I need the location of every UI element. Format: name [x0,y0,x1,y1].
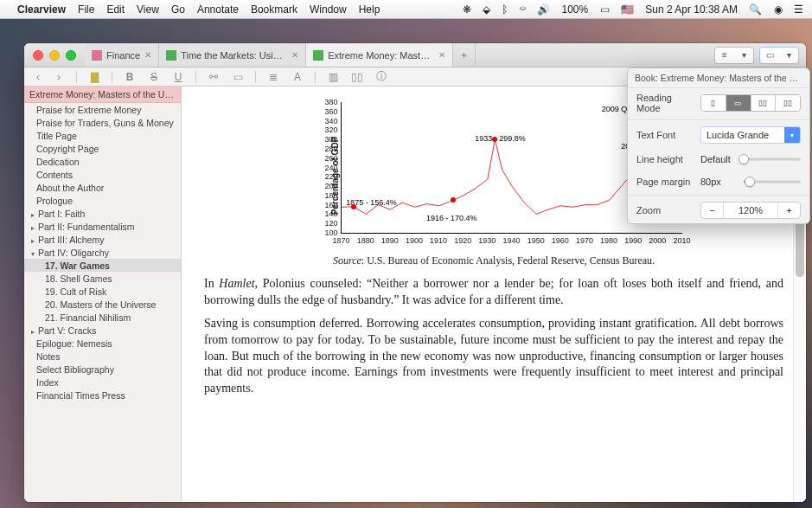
toc-item[interactable]: Prologue [24,194,181,207]
toc-item[interactable]: Financial Times Press [24,389,181,402]
chart-annotation: 1916 - 170.4% [426,214,477,222]
tab-close-icon[interactable]: ✕ [291,50,298,60]
toc-item[interactable]: Copyright Page [24,142,181,155]
line-height-slider[interactable] [744,152,801,166]
volume-icon[interactable]: 🔊 [537,3,550,16]
clock[interactable]: Sun 2 Apr 10:38 AM [645,3,738,16]
spotlight-icon[interactable]: 🔍 [749,3,762,16]
bookmarks-icon[interactable]: ≣ [266,71,280,83]
dropbox-icon[interactable]: ⬙ [483,3,490,16]
x-tick: 1870 [332,236,349,245]
traffic-close[interactable] [33,50,43,61]
siri-icon[interactable]: ◉ [774,3,783,16]
chevron-down-icon[interactable]: ▾ [784,127,800,143]
mode-two-icon[interactable]: ▯▯ [751,95,777,111]
toc-item[interactable]: About the Author [24,181,181,194]
tab-add-button[interactable]: ＋ [453,43,476,67]
mode-single-icon[interactable]: ▯ [701,95,726,111]
traffic-minimize[interactable] [49,50,60,61]
mode-grid-icon[interactable]: ▯▯ [776,95,800,111]
toc-item[interactable]: Part V: Cracks [24,324,181,337]
nav-forward-button[interactable]: › [52,71,66,83]
line-height-value: Default [700,154,737,164]
menubar-status: ❋ ⬙ ᛒ ⌔ 🔊 100% ▭ 🇺🇸 Sun 2 Apr 10:38 AM 🔍… [454,3,803,16]
nav-back-button[interactable]: ‹ [31,71,45,83]
note-icon[interactable]: ▭ [231,71,245,83]
page-margin-slider[interactable] [744,175,801,189]
y-tick: 220 [317,172,338,181]
toc-item[interactable]: Title Page [24,129,181,142]
columns-icon[interactable]: ▯▯ [350,71,364,83]
chart-point [492,137,497,142]
toc-item[interactable]: 20. Masters of the Universe [24,298,181,311]
menu-view[interactable]: View [137,3,159,16]
notifications-icon[interactable]: ☰ [794,3,803,16]
reader-settings-button[interactable]: ▭▾ [759,47,799,64]
strike-button[interactable]: S [147,71,161,83]
tab-extreme-money[interactable]: Extreme Money: Masters of t ✕ [306,43,453,67]
text-font-label: Text Font [636,130,694,140]
chart-source: Source: U.S. Bureau of Economic Analysis… [204,254,783,267]
font-icon[interactable]: A [291,71,304,83]
menu-edit[interactable]: Edit [106,3,125,16]
y-tick: 140 [317,209,338,218]
toc-item[interactable]: Dedication [24,155,181,168]
tab-close-icon[interactable]: ✕ [144,50,151,60]
reading-mode-segmented[interactable]: ▯ ▭ ▯▯ ▯▯ [700,94,801,112]
tab-label: Extreme Money: Masters of t [328,50,434,61]
text-font-select[interactable]: Lucida Grande ▾ [700,126,801,144]
toc-item[interactable]: Part III: Alchemy [24,233,181,246]
toc-item[interactable]: Part II: Fundamentalism [24,220,181,233]
line-height-label: Line height [636,154,694,164]
toc-item[interactable]: Contents [24,168,181,181]
x-tick: 1890 [381,236,399,245]
y-tick: 280 [317,145,338,153]
paragraph-1: In Hamlet, Polonius counseled: “Neither … [204,276,783,309]
chart-container: Percentage of GDP 1001201401601802002202… [306,102,682,249]
menu-annotate[interactable]: Annotate [197,3,239,16]
traffic-zoom[interactable] [66,50,76,61]
info-icon[interactable]: ⓘ [374,69,388,84]
toc-item[interactable]: Part IV: Oligarchy [24,246,181,259]
library-icon[interactable]: ▥ [326,71,340,83]
evernote-icon[interactable]: ❋ [463,3,471,16]
menu-help[interactable]: Help [359,3,380,16]
toc-item[interactable]: 17. War Games [24,259,181,272]
menu-bookmark[interactable]: Bookmark [251,3,297,16]
bold-button[interactable]: B [123,71,137,83]
toc-item[interactable]: 18. Shell Games [24,272,181,285]
link-icon[interactable]: ⚯ [207,71,221,83]
toc-item[interactable]: Part I: Faith [24,207,181,220]
tab-close-icon[interactable]: ✕ [438,50,445,60]
flag-icon[interactable]: 🇺🇸 [621,3,634,16]
bluetooth-icon[interactable]: ᛒ [502,3,508,16]
tab-finance[interactable]: Finance ✕ [85,43,159,67]
highlight-button[interactable]: ▇ [87,71,101,83]
zoom-in-button[interactable]: + [777,203,800,218]
y-tick: 200 [317,182,338,190]
toc-item[interactable]: Epilogue: Nemesis [24,337,181,350]
toc-item[interactable]: Select Bibliography [24,363,181,376]
menu-file[interactable]: File [78,3,94,16]
battery-text[interactable]: 100% [561,3,588,16]
toc-item[interactable]: 21. Financial Nihilism [24,311,181,324]
menu-go[interactable]: Go [171,3,185,16]
page-margin-label: Page margin [636,177,694,187]
zoom-out-button[interactable]: − [701,203,724,218]
underline-button[interactable]: U [171,71,185,83]
bookshelf-icon [92,50,102,61]
toc-item[interactable]: Index [24,376,181,389]
toc-item[interactable]: 19. Cult of Risk [24,285,181,298]
tab-time-markets[interactable]: Time the Markets: Using Tech ✕ [159,43,306,67]
battery-icon[interactable]: ▭ [600,3,610,16]
app-name[interactable]: Clearview [17,3,66,16]
toc-item[interactable]: Praise for Traders, Guns & Money [24,116,181,129]
mode-scroll-icon[interactable]: ▭ [726,95,751,111]
toc-item[interactable]: Notes [24,350,181,363]
wifi-icon[interactable]: ⌔ [520,3,526,16]
x-tick: 1940 [502,236,520,245]
toc-item[interactable]: Praise for Extreme Money [24,103,181,116]
view-mode-segmented[interactable]: ≡▾ [714,47,754,64]
menu-window[interactable]: Window [310,3,347,16]
y-tick: 120 [317,219,338,228]
